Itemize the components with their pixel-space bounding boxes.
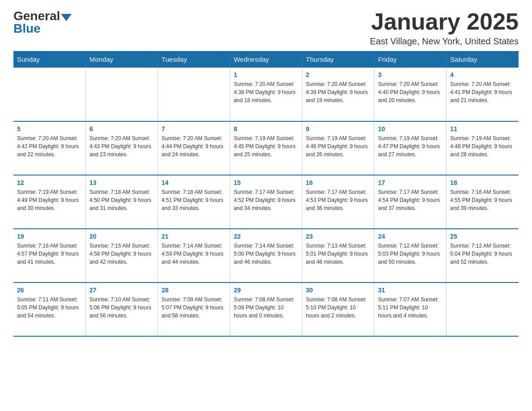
- day-number: 10: [378, 125, 442, 133]
- weekday-header-sunday: Sunday: [13, 51, 86, 68]
- calendar-week-row: 26Sunrise: 7:11 AM Sunset: 5:05 PM Dayli…: [13, 283, 519, 336]
- calendar-cell: 8Sunrise: 7:19 AM Sunset: 4:45 PM Daylig…: [230, 121, 302, 175]
- day-info: Sunrise: 7:08 AM Sunset: 5:10 PM Dayligh…: [306, 295, 370, 320]
- calendar-cell: 28Sunrise: 7:09 AM Sunset: 5:07 PM Dayli…: [158, 283, 230, 336]
- day-number: 15: [234, 179, 298, 186]
- day-number: 1: [234, 71, 298, 78]
- day-info: Sunrise: 7:19 AM Sunset: 4:46 PM Dayligh…: [306, 134, 370, 158]
- day-info: Sunrise: 7:20 AM Sunset: 4:39 PM Dayligh…: [306, 80, 370, 104]
- day-number: 3: [378, 71, 442, 78]
- calendar-week-row: 1Sunrise: 7:20 AM Sunset: 4:38 PM Daylig…: [13, 68, 519, 121]
- day-number: 18: [450, 179, 515, 186]
- calendar-cell: 30Sunrise: 7:08 AM Sunset: 5:10 PM Dayli…: [302, 283, 374, 336]
- day-info: Sunrise: 7:08 AM Sunset: 5:09 PM Dayligh…: [234, 295, 298, 320]
- calendar-cell: 18Sunrise: 7:16 AM Sunset: 4:55 PM Dayli…: [446, 175, 519, 229]
- day-number: 12: [17, 179, 82, 186]
- calendar-cell: [158, 68, 230, 121]
- calendar-cell: 6Sunrise: 7:20 AM Sunset: 4:43 PM Daylig…: [86, 121, 158, 175]
- calendar-cell: 2Sunrise: 7:20 AM Sunset: 4:39 PM Daylig…: [302, 68, 374, 121]
- day-number: 9: [306, 125, 370, 133]
- calendar-cell: 27Sunrise: 7:10 AM Sunset: 5:06 PM Dayli…: [86, 283, 158, 336]
- day-number: 14: [162, 179, 226, 186]
- day-info: Sunrise: 7:19 AM Sunset: 4:49 PM Dayligh…: [17, 188, 82, 212]
- calendar-cell: 9Sunrise: 7:19 AM Sunset: 4:46 PM Daylig…: [302, 121, 374, 175]
- day-number: 17: [378, 179, 442, 186]
- calendar-cell: 10Sunrise: 7:19 AM Sunset: 4:47 PM Dayli…: [374, 121, 446, 175]
- weekday-header-thursday: Thursday: [302, 51, 374, 68]
- day-number: 31: [378, 287, 442, 294]
- calendar-cell: [13, 68, 86, 121]
- day-info: Sunrise: 7:12 AM Sunset: 5:04 PM Dayligh…: [450, 242, 515, 266]
- day-number: 22: [234, 233, 298, 240]
- day-info: Sunrise: 7:18 AM Sunset: 4:51 PM Dayligh…: [162, 188, 226, 212]
- day-number: 6: [90, 125, 154, 133]
- calendar-cell: 31Sunrise: 7:07 AM Sunset: 5:11 PM Dayli…: [374, 283, 446, 336]
- calendar-week-row: 5Sunrise: 7:20 AM Sunset: 4:42 PM Daylig…: [13, 121, 519, 175]
- day-info: Sunrise: 7:20 AM Sunset: 4:43 PM Dayligh…: [90, 134, 154, 158]
- day-info: Sunrise: 7:12 AM Sunset: 5:03 PM Dayligh…: [378, 242, 442, 266]
- page-header: General Blue January 2025 East Village, …: [13, 9, 519, 47]
- calendar-cell: [86, 68, 158, 121]
- calendar-cell: 20Sunrise: 7:15 AM Sunset: 4:58 PM Dayli…: [86, 229, 158, 283]
- day-info: Sunrise: 7:13 AM Sunset: 5:01 PM Dayligh…: [306, 242, 370, 266]
- calendar-cell: 11Sunrise: 7:19 AM Sunset: 4:48 PM Dayli…: [446, 121, 519, 175]
- day-number: 25: [450, 233, 515, 240]
- calendar-cell: 19Sunrise: 7:16 AM Sunset: 4:57 PM Dayli…: [13, 229, 86, 283]
- day-info: Sunrise: 7:19 AM Sunset: 4:45 PM Dayligh…: [234, 134, 298, 158]
- month-title: January 2025: [370, 9, 519, 34]
- calendar-cell: 17Sunrise: 7:17 AM Sunset: 4:54 PM Dayli…: [374, 175, 446, 229]
- weekday-header-saturday: Saturday: [446, 51, 519, 68]
- day-info: Sunrise: 7:10 AM Sunset: 5:06 PM Dayligh…: [90, 295, 154, 320]
- calendar-cell: 16Sunrise: 7:17 AM Sunset: 4:53 PM Dayli…: [302, 175, 374, 229]
- weekday-header-monday: Monday: [86, 51, 158, 68]
- calendar-cell: 22Sunrise: 7:14 AM Sunset: 5:00 PM Dayli…: [230, 229, 302, 283]
- day-number: 20: [90, 233, 154, 240]
- calendar-cell: 3Sunrise: 7:20 AM Sunset: 4:40 PM Daylig…: [374, 68, 446, 121]
- day-number: 19: [17, 233, 82, 240]
- day-info: Sunrise: 7:20 AM Sunset: 4:42 PM Dayligh…: [17, 134, 82, 158]
- day-info: Sunrise: 7:19 AM Sunset: 4:48 PM Dayligh…: [450, 134, 515, 158]
- day-number: 5: [17, 125, 82, 133]
- day-number: 4: [450, 71, 515, 78]
- calendar-cell: 29Sunrise: 7:08 AM Sunset: 5:09 PM Dayli…: [230, 283, 302, 336]
- day-number: 30: [306, 287, 370, 294]
- day-info: Sunrise: 7:16 AM Sunset: 4:57 PM Dayligh…: [17, 242, 82, 266]
- day-info: Sunrise: 7:20 AM Sunset: 4:40 PM Dayligh…: [378, 80, 442, 104]
- calendar-header-row: SundayMondayTuesdayWednesdayThursdayFrid…: [13, 51, 519, 68]
- calendar-week-row: 19Sunrise: 7:16 AM Sunset: 4:57 PM Dayli…: [13, 229, 519, 283]
- day-number: 24: [378, 233, 442, 240]
- logo-arrow-icon: [61, 14, 72, 21]
- calendar-cell: 21Sunrise: 7:14 AM Sunset: 4:59 PM Dayli…: [158, 229, 230, 283]
- calendar-cell: 1Sunrise: 7:20 AM Sunset: 4:38 PM Daylig…: [230, 68, 302, 121]
- calendar-cell: 4Sunrise: 7:20 AM Sunset: 4:41 PM Daylig…: [446, 68, 519, 121]
- calendar-cell: 7Sunrise: 7:20 AM Sunset: 4:44 PM Daylig…: [158, 121, 230, 175]
- location-title: East Village, New York, United States: [370, 36, 519, 47]
- day-number: 7: [162, 125, 226, 133]
- day-info: Sunrise: 7:16 AM Sunset: 4:55 PM Dayligh…: [450, 188, 515, 212]
- weekday-header-wednesday: Wednesday: [230, 51, 302, 68]
- calendar-week-row: 12Sunrise: 7:19 AM Sunset: 4:49 PM Dayli…: [13, 175, 519, 229]
- day-number: 21: [162, 233, 226, 240]
- day-number: 13: [90, 179, 154, 186]
- day-number: 28: [162, 287, 226, 294]
- day-info: Sunrise: 7:17 AM Sunset: 4:52 PM Dayligh…: [234, 188, 298, 212]
- day-info: Sunrise: 7:18 AM Sunset: 4:50 PM Dayligh…: [90, 188, 154, 212]
- day-number: 8: [234, 125, 298, 133]
- day-info: Sunrise: 7:20 AM Sunset: 4:44 PM Dayligh…: [162, 134, 226, 158]
- calendar-cell: 24Sunrise: 7:12 AM Sunset: 5:03 PM Dayli…: [374, 229, 446, 283]
- day-info: Sunrise: 7:14 AM Sunset: 5:00 PM Dayligh…: [234, 242, 298, 266]
- day-info: Sunrise: 7:07 AM Sunset: 5:11 PM Dayligh…: [378, 295, 442, 320]
- calendar-cell: 5Sunrise: 7:20 AM Sunset: 4:42 PM Daylig…: [13, 121, 86, 175]
- calendar-table: SundayMondayTuesdayWednesdayThursdayFrid…: [13, 51, 519, 337]
- calendar-cell: 15Sunrise: 7:17 AM Sunset: 4:52 PM Dayli…: [230, 175, 302, 229]
- calendar-cell: 13Sunrise: 7:18 AM Sunset: 4:50 PM Dayli…: [86, 175, 158, 229]
- day-info: Sunrise: 7:09 AM Sunset: 5:07 PM Dayligh…: [162, 295, 226, 320]
- calendar-cell: 14Sunrise: 7:18 AM Sunset: 4:51 PM Dayli…: [158, 175, 230, 229]
- weekday-header-friday: Friday: [374, 51, 446, 68]
- day-info: Sunrise: 7:15 AM Sunset: 4:58 PM Dayligh…: [90, 242, 154, 266]
- day-number: 23: [306, 233, 370, 240]
- day-info: Sunrise: 7:17 AM Sunset: 4:54 PM Dayligh…: [378, 188, 442, 212]
- day-info: Sunrise: 7:11 AM Sunset: 5:05 PM Dayligh…: [17, 295, 82, 320]
- day-info: Sunrise: 7:20 AM Sunset: 4:38 PM Dayligh…: [234, 80, 298, 104]
- day-info: Sunrise: 7:20 AM Sunset: 4:41 PM Dayligh…: [450, 80, 515, 104]
